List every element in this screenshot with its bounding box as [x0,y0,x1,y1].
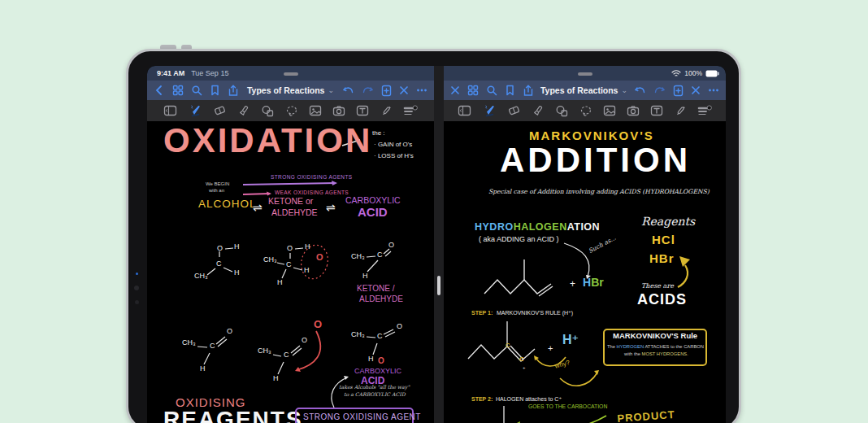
camera-icon[interactable] [627,105,640,116]
canvas-text: ALDEHYDE [271,208,318,217]
window-close-icon[interactable] [450,85,460,95]
share-icon[interactable] [523,85,534,97]
share-icon[interactable] [228,85,239,97]
camera-icon[interactable] [332,105,345,116]
highlighter-icon[interactable] [237,105,250,117]
canvas-text: CARBOXYLIC [345,196,401,205]
split-view-divider-handle[interactable] [437,276,441,295]
undo-icon[interactable] [634,85,646,96]
canvas-text: + [523,365,526,370]
camera-sensor-icon [135,300,139,304]
nav-bar: Types of Reactions ⌄ [444,81,726,100]
canvas-text: HYDROHALOGENATION [475,222,600,233]
back-icon[interactable] [154,85,165,96]
pen-icon[interactable] [482,104,497,118]
canvas-text: OXIDATION [163,123,372,159]
left-split-window: 9:41 AM Tue Sep 15 Types of Reactions ⌄ [147,66,434,423]
image-icon[interactable] [309,105,322,116]
search-icon[interactable] [486,85,497,96]
image-icon[interactable] [603,105,616,116]
document-title-label: Types of Reactions [540,85,618,95]
lasso-icon[interactable] [285,105,298,117]
canvas-text: H [234,269,240,277]
pointer-wand-icon[interactable] [674,105,687,117]
pen-icon[interactable] [188,104,202,118]
battery-icon [705,70,719,77]
stroke-style-icon[interactable] [403,105,418,116]
text-box-icon[interactable] [356,105,369,116]
page-panel-icon[interactable] [458,105,471,116]
document-title-label: Types of Reactions [247,85,325,95]
canvas-text: · GAIN of O's [374,142,412,148]
window-grabber[interactable] [578,72,592,76]
thumbnails-grid-icon[interactable] [467,85,479,96]
lasso-icon[interactable] [579,105,592,117]
canvas-text: O [397,323,402,330]
page-background: { "device": { "time": "9:41 AM", "date":… [0,0,868,423]
canvas-text: O [302,337,307,344]
document-title[interactable]: Types of Reactions ⌄ [239,85,342,95]
canvas-text: These are [641,283,674,290]
canvas-text: O [378,357,384,366]
canvas-text: STEP 1: [471,310,493,316]
more-icon[interactable] [416,88,427,93]
notebook-canvas-addition[interactable]: MARKOVNIKOV'SADDITIONSpecial case of Add… [444,121,726,423]
battery-percent: 100% [684,69,702,77]
chevron-down-icon: ⌄ [328,86,334,94]
handwriting-strokes [147,121,434,423]
add-page-icon[interactable] [381,85,392,97]
canvas-text: H [277,279,283,286]
undo-icon[interactable] [342,85,354,96]
canvas-text: PRODUCT [617,409,675,423]
window-grabber[interactable] [284,72,298,76]
canvas-text: The HYDROGEN ATTACHES to the CARBON [607,344,704,349]
eraser-icon[interactable] [507,105,521,116]
canvas-text: C [286,261,292,268]
canvas-text: H [234,243,240,251]
page-panel-icon[interactable] [163,105,177,116]
canvas-text: H [273,375,279,382]
canvas-text: REAGENTS [163,408,303,423]
redo-icon[interactable] [653,85,666,96]
canvas-text: to a CARBOXYLIC ACID [344,392,406,398]
canvas-text: + [548,344,553,354]
notebook-canvas-oxidation[interactable]: OXIDATIONthe :· GAIN of O's· LOSS of H's… [147,121,434,423]
canvas-text: C [377,333,383,340]
canvas-text: CH₃ [182,339,196,347]
canvas-text: H [305,243,310,251]
more-icon[interactable] [708,88,719,93]
canvas-text: ⇌ [326,202,336,214]
canvas-text: the : [372,130,385,137]
pointer-wand-icon[interactable] [380,105,393,117]
eraser-icon[interactable] [213,105,227,116]
highlighter-icon[interactable] [532,105,545,117]
add-page-icon[interactable] [673,85,684,97]
canvas-text: ALDEHYDE [359,295,403,304]
canvas-text: H [200,365,206,373]
canvas-text: H⁺ [562,334,579,347]
shapes-icon[interactable] [555,105,569,117]
canvas-text: Special case of Addition involving addin… [488,189,710,195]
search-icon[interactable] [191,85,202,96]
canvas-text: H [368,355,374,363]
bookmark-icon[interactable] [210,85,220,96]
document-title[interactable]: Types of Reactions ⌄ [534,85,634,95]
redo-icon[interactable] [362,85,374,96]
canvas-text: C [506,342,510,349]
canvas-text: CH₃ [263,256,277,264]
chevron-down-icon: ⌄ [621,86,627,94]
canvas-text: H [304,267,310,274]
canvas-text: CH₃ [351,331,365,338]
thumbnails-grid-icon[interactable] [172,85,184,96]
canvas-text: O [217,245,223,252]
stroke-style-icon[interactable] [697,105,712,116]
bookmark-icon[interactable] [505,85,515,96]
close-icon[interactable] [691,85,701,95]
canvas-text: O [287,245,293,252]
close-icon[interactable] [399,85,409,95]
canvas-text: + [570,279,575,290]
canvas-text: CH₃ [194,273,208,280]
shapes-icon[interactable] [261,105,275,117]
text-box-icon[interactable] [650,105,663,116]
canvas-text: H [362,273,368,280]
